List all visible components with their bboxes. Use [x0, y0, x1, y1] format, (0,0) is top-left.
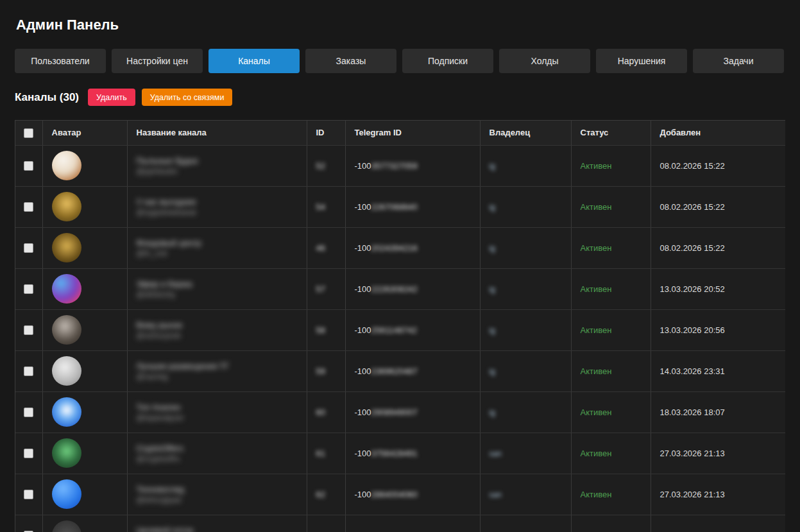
tab-3[interactable]: Каналы [209, 49, 300, 73]
status-badge: Активен [581, 408, 612, 417]
table-row: Топ Анализ@topanalyzer60-1002908949007ig… [15, 391, 785, 433]
channel-id: 62 [316, 490, 325, 499]
status-cell: Активен [571, 350, 651, 391]
owner-name: ig [489, 367, 495, 376]
avatar-cell [42, 227, 127, 268]
tab-6[interactable]: Холды [499, 49, 590, 73]
status-cell: Активен [571, 433, 651, 474]
column-header: Название канала [127, 121, 307, 145]
channel-id-cell: 62 [307, 474, 345, 515]
channels-table: АватарНазвание каналаIDTelegram IDВладел… [15, 120, 785, 532]
owner-cell: ig [480, 268, 571, 309]
row-checkbox[interactable] [24, 449, 33, 458]
channel-id-cell [307, 515, 345, 532]
added-date: 08.02.2026 15:22 [660, 161, 725, 171]
telegram-id-prefix: -100 [355, 243, 371, 253]
tab-8[interactable]: Задачи [693, 49, 784, 73]
row-checkbox-cell [15, 145, 42, 186]
row-checkbox[interactable] [24, 202, 33, 212]
admin-page: Админ Панель ПользователиНастройки ценКа… [0, 0, 800, 532]
added-date-cell: 18.03.2026 18:07 [651, 391, 785, 433]
section-header: Каналы (30) Удалить Удалить со связями [15, 89, 785, 106]
channel-handle: @tehvzglyad [137, 495, 298, 505]
status-cell: Активен [571, 227, 651, 268]
channel-handle: @razmtg [137, 372, 298, 382]
channel-name-cell: Вижу рынок@vizhurynok [127, 309, 307, 350]
channel-name: Целевой поток [137, 525, 298, 532]
status-cell: Активен [571, 268, 651, 309]
channel-id-cell: 58 [307, 309, 345, 350]
channel-avatar [52, 438, 81, 468]
status-cell: Активен [571, 474, 651, 515]
status-cell: Активен [571, 145, 651, 186]
channel-avatar [52, 315, 81, 345]
row-checkbox[interactable] [24, 243, 33, 253]
tab-5[interactable]: Подписки [402, 49, 493, 73]
row-checkbox[interactable] [24, 284, 33, 294]
channel-id-cell: 54 [307, 186, 345, 227]
telegram-id-prefix: -100 [355, 366, 371, 376]
channel-name-cell: У нас выгоднее@vygodneekanal [127, 186, 307, 227]
channel-id: 60 [316, 408, 325, 417]
channel-name: Лучшие размещения ТГ [137, 361, 298, 372]
telegram-id-masked: 2226308242 [371, 284, 418, 294]
avatar-cell [42, 515, 127, 532]
avatar-cell [42, 433, 127, 474]
row-checkbox[interactable] [24, 325, 33, 335]
column-header: ID [307, 121, 345, 145]
status-cell: Активен [571, 309, 651, 350]
channel-name: Вижу рынок [137, 320, 298, 330]
telegram-id-prefix: -100 [355, 490, 371, 499]
channel-name-cell: Целевой поток@celpotok [127, 515, 307, 532]
owner-cell: ig [480, 309, 571, 350]
tab-7[interactable]: Нарушения [596, 49, 687, 73]
channel-id: 52 [316, 161, 325, 171]
delete-with-links-button[interactable]: Удалить со связями [142, 89, 233, 106]
channel-id-cell: 57 [307, 268, 345, 309]
avatar-cell [42, 391, 127, 433]
tab-bar: ПользователиНастройки ценКаналыЗаказыПод… [15, 49, 785, 73]
column-header: Аватар [42, 121, 127, 145]
owner-cell: ig [480, 145, 571, 186]
owner-cell: san [480, 433, 571, 474]
tab-4[interactable]: Заказы [305, 49, 396, 73]
delete-button[interactable]: Удалить [88, 89, 135, 106]
column-header: Владелец [480, 121, 571, 145]
added-date: 18.03.2026 18:07 [660, 408, 725, 417]
column-header: Добавлен [651, 121, 785, 145]
telegram-id-masked: 2267068640 [371, 202, 418, 212]
telegram-id-cell: -1002561148742 [345, 309, 480, 350]
owner-name: san [489, 490, 502, 499]
row-checkbox-cell [15, 350, 42, 391]
owner-name: ig [489, 408, 495, 417]
tab-2[interactable]: Настройки цен [112, 49, 203, 73]
channel-avatar [52, 192, 81, 221]
table-body: Пыльные будни@pylnbudni52-1003577327059i… [15, 145, 785, 532]
row-checkbox[interactable] [24, 161, 33, 171]
telegram-id-prefix: -100 [355, 408, 371, 417]
channel-handle: @cryptooffrs [137, 454, 298, 464]
owner-name: ig [489, 326, 495, 335]
section-title: Каналы (30) [15, 91, 79, 104]
row-checkbox[interactable] [24, 408, 33, 417]
tab-1[interactable]: Пользователи [15, 49, 106, 73]
added-date: 14.03.2026 23:31 [660, 366, 725, 376]
telegram-id-masked: 2369620487 [371, 366, 418, 376]
channel-id: 61 [316, 449, 325, 458]
avatar-cell [42, 268, 127, 309]
row-checkbox[interactable] [24, 490, 33, 499]
table-row: Вижу рынок@vizhurynok58-1002561148742igА… [15, 309, 785, 350]
channel-id-cell: 59 [307, 350, 345, 391]
channel-name: Техновзгляд [137, 484, 298, 495]
status-badge: Активен [581, 284, 612, 294]
added-date-cell: 13.03.2026 20:52 [651, 268, 785, 309]
channel-id: 54 [316, 202, 325, 212]
row-checkbox-cell [15, 515, 42, 532]
channel-name-cell: Пыльные будни@pylnbudni [127, 145, 307, 186]
select-all-checkbox[interactable] [24, 128, 33, 138]
added-date: 27.03.2026 21:13 [660, 490, 725, 499]
channel-handle: @topanalyzer [137, 413, 298, 423]
telegram-id-masked: 3756428491 [371, 449, 418, 458]
added-date-cell: 08.02.2026 15:22 [651, 186, 785, 227]
row-checkbox[interactable] [24, 366, 33, 376]
